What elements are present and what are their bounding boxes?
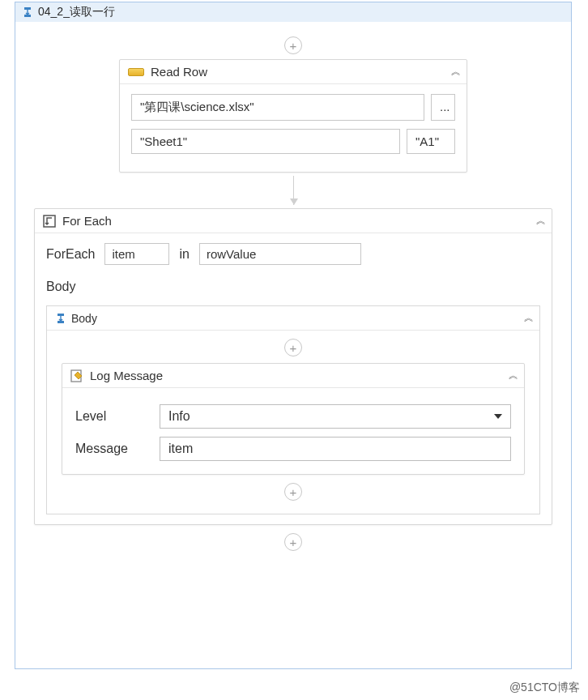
sequence-outer: 04_2_读取一行 + Read Row ︽ "第四课\science.xlsx… [15, 2, 572, 669]
sequence-icon [22, 6, 33, 18]
svg-rect-3 [58, 314, 64, 316]
log-message-body: Level Info Message item [62, 388, 524, 474]
foreach-activity[interactable]: For Each ︽ ForEach item in rowValue Body [34, 208, 552, 525]
svg-rect-0 [24, 7, 31, 10]
edit-icon [70, 369, 83, 382]
collapse-icon[interactable]: ︽ [524, 311, 531, 325]
read-row-activity[interactable]: Read Row ︽ "第四课\science.xlsx" ... "Sheet… [119, 59, 467, 173]
collapse-icon[interactable]: ︽ [509, 369, 516, 382]
sequence-outer-header[interactable]: 04_2_读取一行 [15, 2, 571, 22]
sequence-icon [55, 313, 66, 324]
browse-button[interactable]: ... [431, 94, 455, 121]
read-row-icon [128, 68, 144, 76]
connector-arrow [293, 176, 294, 205]
message-input[interactable]: item [160, 437, 511, 461]
foreach-expression-row: ForEach item in rowValue [46, 243, 540, 265]
foreach-item-input[interactable]: item [104, 243, 169, 265]
level-label: Level [75, 409, 148, 424]
body-sequence[interactable]: Body ︽ + [46, 305, 540, 514]
message-value: item [168, 442, 193, 456]
read-row-body: "第四课\science.xlsx" ... "Sheet1" "A1" [120, 84, 467, 172]
read-row-cell-input[interactable]: "A1" [407, 129, 455, 154]
chevron-down-icon [494, 414, 502, 419]
log-message-title: Log Message [90, 369, 502, 382]
level-value: Info [168, 409, 190, 424]
message-label: Message [75, 442, 148, 456]
sequence-outer-title: 04_2_读取一行 [38, 5, 115, 19]
in-label: in [179, 247, 189, 262]
foreach-collection-input[interactable]: rowValue [199, 243, 361, 265]
foreach-title: For Each [62, 214, 530, 228]
add-activity-bottom[interactable]: + [284, 533, 302, 551]
read-row-header[interactable]: Read Row ︽ [120, 60, 467, 84]
read-row-file-input[interactable]: "第四课\science.xlsx" [131, 94, 424, 121]
foreach-body: ForEach item in rowValue Body [35, 233, 552, 524]
level-select[interactable]: Info [160, 404, 511, 429]
foreach-label: ForEach [46, 247, 95, 262]
read-row-title: Read Row [151, 65, 445, 79]
add-activity-top[interactable]: + [284, 36, 302, 54]
svg-rect-2 [44, 216, 55, 227]
log-message-activity[interactable]: Log Message ︽ Level Info [62, 363, 525, 475]
foreach-icon [43, 215, 56, 228]
body-sequence-header[interactable]: Body ︽ [47, 306, 539, 331]
foreach-body-label: Body [46, 280, 540, 294]
add-activity-body-top[interactable]: + [284, 339, 302, 356]
sequence-outer-body: + Read Row ︽ "第四课\science.xlsx" ... "She… [15, 22, 571, 668]
body-sequence-title: Body [71, 312, 519, 325]
collapse-icon[interactable]: ︽ [451, 65, 458, 79]
foreach-header[interactable]: For Each ︽ [35, 209, 552, 233]
body-sequence-body: + Log Message [47, 331, 539, 514]
watermark: @51CTO博客 [509, 681, 580, 695]
collapse-icon[interactable]: ︽ [536, 214, 543, 228]
read-row-sheet-input[interactable]: "Sheet1" [131, 129, 400, 154]
add-activity-body-bottom[interactable]: + [284, 483, 302, 501]
log-message-header[interactable]: Log Message ︽ [62, 364, 524, 388]
